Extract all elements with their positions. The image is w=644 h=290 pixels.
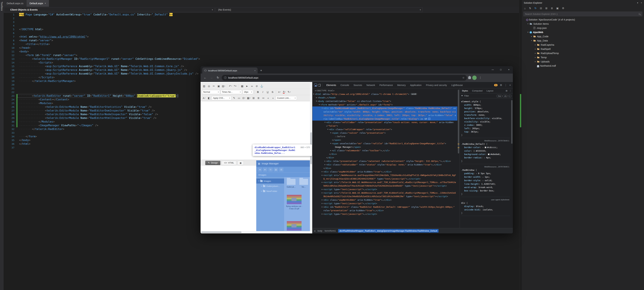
css-property[interactable]: unicode-bidi: isolate; bbox=[461, 208, 510, 211]
scrollbar-thumb[interactable] bbox=[201, 231, 242, 233]
css-rules-list[interactable]: element.style {width: 860px;height: 570p… bbox=[460, 98, 511, 228]
solution-explorer-item[interactable]: Northwind.mdf bbox=[522, 64, 644, 68]
styles-filter-placeholder[interactable]: Filter bbox=[464, 95, 495, 97]
devtools-tab-memory[interactable]: Memory bbox=[395, 82, 408, 88]
dialog-title-bar[interactable]: ▦ Image Manager bbox=[256, 160, 310, 167]
bookmark-star-icon[interactable]: ☆ bbox=[462, 76, 464, 79]
design-mode-button[interactable]: ✎ Design bbox=[205, 161, 220, 165]
breadcrumb-item[interactable]: form#form1 bbox=[325, 229, 336, 232]
events-dropdown[interactable]: (No Events) ▾ bbox=[215, 8, 422, 12]
solution-explorer-item[interactable]: ▸RadCaptcha bbox=[522, 43, 644, 47]
elements-tree-node[interactable]: ▼<body contenteditable="false" cz-shortc… bbox=[312, 99, 457, 103]
settings-icon[interactable]: ⚙ bbox=[562, 7, 564, 10]
color-swatch[interactable] bbox=[488, 153, 490, 155]
panel-icon[interactable]: ⊞ bbox=[506, 90, 508, 92]
solution-explorer-item[interactable]: ▸RadSpell bbox=[522, 47, 644, 51]
close-icon[interactable]: × bbox=[641, 2, 642, 4]
insert-image-icon[interactable]: ▦ bbox=[240, 84, 244, 88]
stylesheet-link[interactable]: WebResource...297973640:1 bbox=[461, 165, 510, 168]
device-toolbar-icon[interactable] bbox=[319, 84, 321, 87]
chevron-down-icon[interactable]: ▾ bbox=[637, 2, 638, 4]
solution-explorer-item[interactable]: ▸App_Code bbox=[522, 34, 644, 39]
styles-toggle[interactable]: :hov bbox=[496, 95, 502, 97]
css-property[interactable]: line-height: 1.42857143; bbox=[461, 182, 510, 186]
expander-icon[interactable]: ▶ bbox=[321, 170, 323, 173]
extensions-icon[interactable] bbox=[468, 76, 471, 79]
css-property[interactable]: backface-visibility: visible; bbox=[461, 117, 510, 120]
expander-icon[interactable]: ▼ bbox=[315, 99, 318, 103]
devtools-tab-lighthouse[interactable]: Lighthouse bbox=[449, 82, 465, 88]
devtools-tab-network[interactable]: Network bbox=[364, 82, 377, 88]
strikethrough-button[interactable]: S bbox=[270, 90, 275, 94]
file-tile-image[interactable] bbox=[286, 221, 303, 230]
forward-icon[interactable]: → bbox=[209, 75, 214, 80]
copy-icon[interactable]: ▣ bbox=[216, 84, 221, 88]
elements-tree-node[interactable]: ▶<script type="text/javascript">…</scrip… bbox=[312, 188, 457, 191]
elements-tree-node[interactable]: ::before bbox=[312, 135, 457, 138]
elements-tree-node[interactable]: </span> bbox=[312, 138, 457, 142]
dialog-tree-item[interactable]: ▼Images bbox=[256, 178, 284, 184]
font-size-dropdown[interactable]: 16px▾ bbox=[242, 90, 253, 94]
elements-tree-node[interactable]: ▼<div class="rwTitleWrapper" role="prese… bbox=[312, 128, 457, 131]
css-property[interactable]: border-style: ▸ solid; bbox=[461, 179, 510, 182]
align-dropdown[interactable]: ≡▾ bbox=[277, 90, 282, 94]
expander-icon[interactable]: ▼ bbox=[318, 103, 320, 106]
expander-icon[interactable]: ▼ bbox=[312, 92, 315, 96]
tab-close-icon[interactable]: × bbox=[45, 2, 46, 5]
numbered-list-button[interactable]: ≔ bbox=[261, 96, 266, 100]
home-icon[interactable]: ⌂ bbox=[524, 7, 526, 10]
eraser-button[interactable]: ▭ bbox=[237, 96, 241, 100]
css-property[interactable]: z-index: 3003; bbox=[461, 123, 510, 127]
paste-icon[interactable]: ▤▾ bbox=[221, 84, 226, 88]
bullet-list-button[interactable]: ≣ bbox=[256, 96, 260, 100]
elements-tree-node[interactable]: ▶<div id="RadEditor1" class="RadEditor R… bbox=[312, 205, 457, 212]
color-swatch[interactable] bbox=[474, 150, 475, 152]
expander-icon[interactable]: ▾ bbox=[526, 23, 530, 25]
css-property[interactable]: height: 570px; bbox=[461, 107, 510, 110]
expander-icon[interactable]: ▶ bbox=[324, 159, 326, 163]
image-manager-button[interactable]: ⊞ bbox=[252, 96, 256, 100]
file-tile-folder[interactable]: Gallery&... bbox=[286, 179, 296, 188]
stylesheet-link[interactable]: WebResource...297973640:1 bbox=[461, 139, 510, 142]
expander-icon[interactable]: ▶ bbox=[330, 149, 332, 152]
bold-button[interactable]: B bbox=[256, 90, 260, 94]
elements-scrollbar[interactable] bbox=[457, 88, 460, 228]
expander-icon[interactable]: ▶ bbox=[321, 202, 323, 205]
styles-tab-computed[interactable]: Computed bbox=[470, 90, 484, 92]
html-mode-button[interactable]: </> HTML bbox=[222, 161, 236, 165]
breadcrumb-item[interactable]: div#RadWindowWrapper_RadEditor1_dialogOp… bbox=[338, 229, 438, 232]
expander-icon[interactable]: ▸ bbox=[534, 61, 537, 63]
dialog-tree-item[interactable]: ►NewFolder bbox=[256, 189, 284, 194]
css-property[interactable]: transform: none; bbox=[461, 113, 510, 117]
solution-explorer-item[interactable]: ▸RadUploadTemp bbox=[522, 51, 644, 55]
color-swatch[interactable] bbox=[485, 147, 486, 148]
browser-menu-icon[interactable]: ⋮ bbox=[478, 76, 483, 79]
switch-views-icon[interactable]: ⇅ bbox=[529, 7, 531, 10]
solution-explorer-item[interactable]: Solution 'AjaxSourceCode' (4 of 4 projec… bbox=[522, 18, 644, 22]
expander-icon[interactable]: ▼ bbox=[327, 128, 329, 131]
document-tab[interactable]: Default.aspx× bbox=[26, 0, 49, 7]
expander-icon[interactable]: ▶ bbox=[315, 96, 318, 99]
devtools-tab-performance[interactable]: Performance bbox=[377, 82, 395, 88]
devtools-tab-privacy-and-security[interactable]: Privacy and security bbox=[424, 82, 449, 88]
expander-icon[interactable]: ▸ bbox=[534, 56, 537, 58]
expander-icon[interactable]: ▸ bbox=[534, 44, 537, 46]
refresh-icon[interactable]: ↻ bbox=[268, 168, 273, 172]
expand-icon[interactable]: ▸ bbox=[476, 173, 478, 174]
underline-button[interactable]: U bbox=[266, 90, 270, 94]
toolbox-strip[interactable]: Toolbox bbox=[0, 0, 4, 290]
solution-explorer-item[interactable]: ▸Uploads bbox=[522, 60, 644, 64]
devtools-tab-application[interactable]: Application bbox=[408, 82, 424, 88]
expander-icon[interactable]: ▼ bbox=[324, 121, 326, 124]
insert-media-icon[interactable]: ► bbox=[245, 84, 249, 88]
elements-tree-node[interactable]: ▶<div class="aspNetHidden" aria-hidden="… bbox=[312, 170, 457, 173]
print-icon[interactable]: ▥ bbox=[202, 84, 206, 88]
devtools-tab-elements[interactable]: Elements bbox=[324, 82, 338, 88]
elements-tree-node[interactable]: ▶<div class="rwStatusBar" role="status" … bbox=[312, 163, 457, 166]
expand-icon[interactable]: ▸ bbox=[483, 176, 485, 178]
solution-explorer-item[interactable]: ▾Solution Items bbox=[522, 22, 644, 26]
expander-icon[interactable]: ▶ bbox=[321, 173, 323, 177]
grid-view-icon[interactable]: ⊞ bbox=[279, 168, 284, 172]
cut-icon[interactable]: ✂ bbox=[212, 84, 216, 88]
close-button[interactable]: × bbox=[505, 66, 513, 73]
